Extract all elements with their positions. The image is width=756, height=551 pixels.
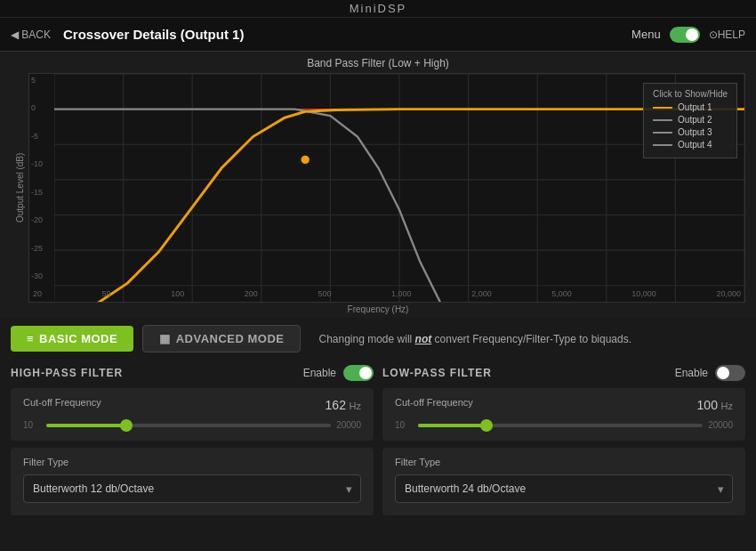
low-pass-filter-type-box: Filter Type Butterworth 24 db/Octave But… bbox=[382, 448, 745, 515]
high-pass-select-wrapper: Butterworth 12 db/Octave Butterworth 24 … bbox=[23, 474, 361, 503]
y-axis-labels: 5 0 -5 -10 -15 -20 -25 -30 bbox=[29, 74, 54, 282]
mode-section: ≡ BASIC MODE ▦ ADVANCED MODE Changing mo… bbox=[0, 318, 756, 360]
high-pass-panel: HIGH-PASS FILTER Enable Cut-off Frequenc… bbox=[11, 360, 374, 515]
high-pass-slider-fill bbox=[46, 424, 126, 427]
legend-output1[interactable]: Output 1 bbox=[653, 102, 728, 112]
low-pass-cutoff-value: 100 bbox=[697, 398, 718, 412]
low-pass-slider-max: 20000 bbox=[708, 420, 733, 430]
high-pass-freq-row: Cut-off Frequency 162 Hz bbox=[23, 397, 361, 413]
legend-output4[interactable]: Output 4 bbox=[653, 140, 728, 150]
filter-panels: HIGH-PASS FILTER Enable Cut-off Frequenc… bbox=[0, 360, 756, 515]
high-pass-slider-min: 10 bbox=[23, 420, 41, 430]
low-pass-freq-row: Cut-off Frequency 100 Hz bbox=[395, 397, 733, 413]
legend-output2[interactable]: Output 2 bbox=[653, 115, 728, 125]
svg-point-19 bbox=[301, 156, 309, 164]
basic-mode-icon: ≡ bbox=[27, 332, 34, 345]
high-pass-enable: Enable bbox=[303, 365, 374, 381]
low-pass-slider-fill bbox=[418, 424, 487, 427]
mode-note: Changing mode will not convert Frequency… bbox=[318, 333, 631, 345]
low-pass-cutoff-label: Cut-off Frequency bbox=[395, 397, 473, 408]
y-axis-label: Output Level (dB) bbox=[11, 73, 28, 303]
chart-inner: 5 0 -5 -10 -15 -20 -25 -30 bbox=[28, 73, 745, 303]
top-bar-left: ◀ BACK Crossover Details (Output 1) bbox=[11, 27, 244, 42]
low-pass-filter-type-label: Filter Type bbox=[395, 457, 733, 467]
chart-svg bbox=[54, 74, 744, 303]
low-pass-toggle[interactable] bbox=[715, 365, 745, 381]
chart-legend: Click to Show/Hide Output 1 Output 2 Out… bbox=[643, 83, 737, 158]
brand-name: MiniDSP bbox=[350, 2, 407, 15]
high-pass-cutoff-label: Cut-off Frequency bbox=[23, 397, 101, 408]
low-pass-cutoff-unit: Hz bbox=[721, 401, 733, 411]
high-pass-name: HIGH-PASS FILTER bbox=[11, 367, 123, 379]
low-pass-slider-min: 10 bbox=[395, 420, 413, 430]
high-pass-filter-type-label: Filter Type bbox=[23, 457, 361, 467]
high-pass-filter-type-box: Filter Type Butterworth 12 db/Octave But… bbox=[11, 448, 374, 515]
high-pass-toggle[interactable] bbox=[343, 365, 374, 381]
legend-output3[interactable]: Output 3 bbox=[653, 127, 728, 137]
high-pass-slider-container: 10 20000 bbox=[23, 420, 361, 430]
low-pass-enable: Enable bbox=[675, 365, 745, 381]
advanced-mode-button[interactable]: ▦ ADVANCED MODE bbox=[142, 325, 301, 352]
x-axis-labels: 20 50 100 200 500 1,000 2,000 5,000 10,0… bbox=[29, 286, 744, 302]
top-bar-right: Menu ⊙HELP bbox=[631, 27, 745, 43]
page-title: Crossover Details (Output 1) bbox=[63, 27, 244, 42]
low-pass-panel: LOW-PASS FILTER Enable Cut-off Frequency… bbox=[382, 360, 745, 515]
low-pass-cutoff-box: Cut-off Frequency 100 Hz 10 20000 bbox=[382, 388, 745, 441]
menu-label: Menu bbox=[631, 28, 661, 41]
high-pass-header: HIGH-PASS FILTER Enable bbox=[11, 360, 374, 388]
advanced-mode-icon: ▦ bbox=[159, 332, 171, 345]
high-pass-slider-max: 20000 bbox=[336, 420, 361, 430]
chart-title: Band Pass Filter (Low + High) bbox=[11, 57, 745, 69]
high-pass-cutoff-value: 162 bbox=[326, 398, 346, 412]
low-pass-filter-select[interactable]: Butterworth 24 db/Octave Butterworth 12 … bbox=[395, 474, 733, 503]
menu-toggle[interactable] bbox=[670, 27, 700, 43]
x-axis-title: Frequency (Hz) bbox=[11, 304, 745, 314]
basic-mode-button[interactable]: ≡ BASIC MODE bbox=[11, 326, 133, 352]
brand-bar: MiniDSP bbox=[0, 0, 756, 18]
back-button[interactable]: ◀ BACK bbox=[11, 28, 51, 41]
legend-title: Click to Show/Hide bbox=[653, 89, 728, 99]
low-pass-name: LOW-PASS FILTER bbox=[382, 367, 492, 379]
chart-section: Band Pass Filter (Low + High) Output Lev… bbox=[0, 52, 756, 318]
high-pass-slider-track[interactable] bbox=[46, 424, 331, 427]
high-pass-cutoff-unit: Hz bbox=[350, 401, 361, 411]
high-pass-cutoff-box: Cut-off Frequency 162 Hz 10 20000 bbox=[11, 388, 374, 441]
low-pass-slider-thumb[interactable] bbox=[480, 419, 493, 432]
low-pass-select-wrapper: Butterworth 24 db/Octave Butterworth 12 … bbox=[395, 474, 733, 503]
low-pass-slider-track[interactable] bbox=[418, 424, 703, 427]
help-label: ⊙HELP bbox=[709, 28, 745, 41]
high-pass-slider-thumb[interactable] bbox=[120, 419, 133, 432]
low-pass-header: LOW-PASS FILTER Enable bbox=[382, 360, 745, 388]
high-pass-filter-select[interactable]: Butterworth 12 db/Octave Butterworth 24 … bbox=[23, 474, 361, 503]
chart-container: Output Level (dB) 5 0 -5 -10 -15 -20 -25… bbox=[11, 73, 745, 303]
top-bar: ◀ BACK Crossover Details (Output 1) Menu… bbox=[0, 18, 756, 52]
low-pass-slider-container: 10 20000 bbox=[395, 420, 733, 430]
